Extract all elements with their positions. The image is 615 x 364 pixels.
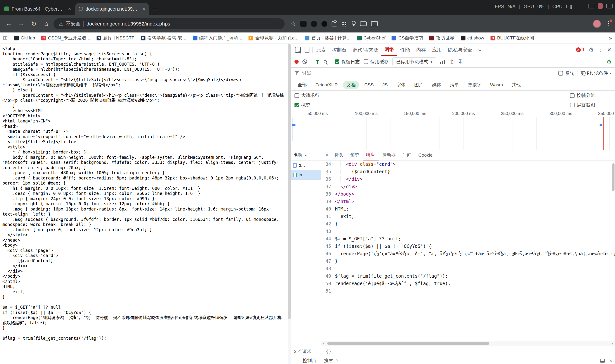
devtools-menu-icon[interactable]: ⋮	[598, 46, 603, 53]
home-button[interactable]: ⌂	[41, 19, 52, 29]
bookmarks-overflow-icon[interactable]: »	[609, 35, 612, 41]
close-search-tab-icon[interactable]: ×	[336, 358, 339, 363]
devtools-panel-tab[interactable]: 控制台	[329, 44, 350, 56]
bookmark-item[interactable]: CyberChef	[357, 35, 385, 41]
horizontal-scrollbar-thumb[interactable]	[327, 342, 489, 345]
bookmark-star-icon[interactable]: ☆	[290, 20, 296, 27]
filter-chip[interactable]: 媒体	[428, 81, 445, 89]
not-secure-icon[interactable]: ⚠	[59, 21, 63, 27]
scroll-left-icon[interactable]: ◂	[321, 341, 326, 346]
devtools-panel-tab[interactable]: 网络	[382, 44, 397, 56]
filter-chip[interactable]: 清单	[446, 81, 463, 89]
checkbox-icon[interactable]	[559, 71, 563, 76]
big-request-rows-checkbox[interactable]: 大请求行	[295, 92, 320, 99]
invert-filter-checkbox[interactable]: 反转	[559, 70, 574, 77]
screenshots-checkbox[interactable]: 屏幕截图	[570, 102, 595, 108]
checkbox-icon[interactable]	[364, 59, 368, 64]
checkbox-icon[interactable]	[570, 103, 574, 107]
tab-close-icon[interactable]: ×	[142, 6, 145, 12]
filter-chip[interactable]: 字体	[393, 81, 409, 89]
page-scrollbar[interactable]	[288, 44, 291, 364]
back-button[interactable]: ←	[3, 19, 14, 29]
bookmark-item[interactable]: 编程入门题库_蓝桥...	[193, 35, 242, 41]
dock-side-icon[interactable]	[600, 359, 605, 363]
record-network-icon[interactable]	[295, 60, 299, 64]
tab-close-icon[interactable]: ×	[68, 6, 71, 12]
bookmark-item[interactable]: ❄ 看雪学苑-看雪-安...	[141, 35, 186, 41]
inspect-element-icon[interactable]	[295, 47, 301, 53]
request-row[interactable]: d...	[291, 160, 321, 170]
bookmark-item[interactable]: N 题库 | NSSCTF	[96, 35, 135, 41]
bookmark-item[interactable]: C CSDN_专业开发者...	[41, 35, 90, 41]
format-response-button[interactable]: {}	[323, 348, 334, 355]
network-overview-timeline[interactable]: 50,000 ms 100,000 ms 150,000 ms 200,000 …	[291, 110, 615, 150]
devtools-panel-tab[interactable]: 源代码/来源	[350, 44, 382, 56]
browser-tab-cyberchef[interactable]: From Base64 - CyberChef ×	[1, 3, 74, 15]
clear-network-icon[interactable]	[302, 59, 307, 64]
extension-icon[interactable]	[311, 21, 317, 27]
filter-chip[interactable]: 图片	[410, 81, 427, 89]
devtools-settings-icon[interactable]: ⚙	[588, 46, 594, 53]
devtools-close-icon[interactable]: ×	[607, 46, 611, 53]
drawer-tab-console[interactable]: 控制台	[299, 358, 320, 364]
detail-tab[interactable]: 启动器	[379, 150, 399, 160]
bookmark-item[interactable]: ctf.show	[461, 35, 484, 41]
name-column-header[interactable]: 名称 ▲	[291, 150, 321, 160]
scroll-right-icon[interactable]: ▸	[610, 341, 615, 346]
devtools-panel-tab[interactable]: 性能	[397, 44, 413, 56]
filter-chip[interactable]: JS	[379, 81, 391, 89]
filter-toggle-icon[interactable]	[315, 60, 320, 64]
address-bar[interactable]: ⚠ 不安全 docker.qingcen.net:39952/index.php…	[54, 18, 285, 29]
bookmark-item[interactable]: GitHub	[14, 35, 35, 41]
bookmark-item[interactable]: L 全球竞赛 - 力扣 (Le...	[248, 35, 298, 41]
devtools-panel-tab[interactable]: 元素	[313, 44, 329, 56]
checkbox-icon[interactable]	[570, 93, 574, 98]
url-text[interactable]: docker.qingcen.net:39952/index.phps	[86, 21, 170, 27]
devtools-panel-tab[interactable]: 内存	[413, 44, 429, 56]
bookmark-item[interactable]: B BUUCTF在线评测	[491, 35, 534, 41]
throttling-select[interactable]: 已停用节流模式 ▾	[393, 57, 436, 66]
detail-tab[interactable]: 响应	[363, 150, 379, 160]
preserve-log-checkbox[interactable]: 保留日志	[335, 59, 360, 65]
filter-chip[interactable]: CSS	[361, 81, 377, 89]
devtools-panel-tab[interactable]: 隐私与安全	[445, 44, 475, 56]
detail-tab[interactable]: 预览	[347, 150, 363, 160]
close-drawer-icon[interactable]: ×	[609, 358, 613, 364]
keyboard-icon[interactable]	[360, 21, 367, 26]
network-settings-icon[interactable]: ⚙	[606, 58, 612, 65]
more-filters-button[interactable]: 更多过滤条件 ▾	[580, 70, 612, 77]
checkbox-checked-icon[interactable]	[295, 103, 299, 107]
devtools-panel-tab[interactable]: 应用	[429, 44, 445, 56]
cast-icon[interactable]	[371, 21, 378, 26]
filter-chip[interactable]: Wasm	[486, 81, 506, 89]
overview-checkbox[interactable]: 概览	[295, 102, 310, 108]
browser-tab-docker[interactable]: docker.qingcen.net:39952/in... ×	[75, 3, 149, 15]
error-badge[interactable]: ✕ 1	[576, 47, 585, 52]
extensions-puzzle-icon[interactable]	[332, 21, 337, 26]
detail-tab[interactable]: 时间	[399, 150, 415, 160]
export-har-icon[interactable]: ↧	[458, 58, 463, 65]
scrollbar-thumb[interactable]	[288, 44, 291, 319]
location-pin-icon[interactable]	[351, 21, 356, 27]
filter-chip[interactable]: Fetch/XHR	[312, 81, 342, 89]
import-har-icon[interactable]: ↥	[450, 58, 454, 65]
browser-menu-icon[interactable]: ⋮	[605, 20, 612, 27]
checkbox-icon[interactable]	[295, 93, 299, 98]
network-conditions-icon[interactable]	[440, 60, 446, 64]
detail-tab[interactable]: 标头	[331, 150, 347, 160]
disable-cache-checkbox[interactable]: 停用缓存	[364, 59, 389, 65]
extension-icon[interactable]	[321, 21, 327, 27]
horizontal-scrollbar[interactable]: ◂ ▸	[321, 341, 615, 346]
devtools-panel-tab[interactable]: »	[475, 44, 484, 56]
new-tab-button[interactable]: +	[150, 4, 160, 14]
extension-icon[interactable]	[300, 21, 307, 27]
filter-chip[interactable]: 文档	[343, 81, 359, 89]
vertical-scrollbar-thumb[interactable]	[612, 163, 615, 191]
filter-chip[interactable]: 套接字	[464, 81, 485, 89]
bookmark-item[interactable]: 首页 - 洛谷 | 计算...	[305, 35, 350, 41]
close-details-icon[interactable]: ×	[323, 151, 330, 159]
filter-chip[interactable]: 全部	[294, 81, 310, 89]
detail-tab[interactable]: Cookie	[415, 150, 436, 160]
forward-button[interactable]: →	[16, 19, 27, 29]
reload-button[interactable]: ↻	[28, 19, 39, 29]
